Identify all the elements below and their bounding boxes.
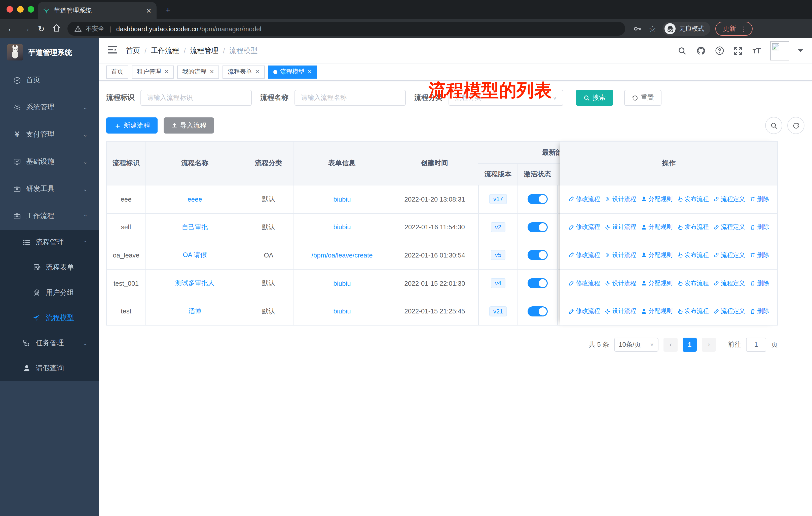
active-toggle[interactable] [528, 250, 548, 260]
cell-form-link[interactable]: biubiu [333, 223, 351, 231]
action-link[interactable]: 分配规则 [641, 251, 672, 260]
breadcrumb-process-mgmt[interactable]: 流程管理 [190, 46, 219, 55]
browser-tab[interactable]: 芋道管理系统 ✕ [38, 2, 156, 19]
back-button[interactable]: ← [5, 24, 17, 33]
tag-home[interactable]: 首页 [106, 65, 128, 78]
reload-button[interactable]: ↻ [35, 24, 47, 33]
action-link[interactable]: 发布流程 [677, 223, 709, 232]
cell-name-link[interactable]: OA 请假 [183, 251, 207, 260]
delete-action-link[interactable]: 删除 [750, 195, 769, 203]
fullscreen-icon[interactable] [733, 46, 743, 56]
page-size-select[interactable]: 10条/页∨ [614, 337, 659, 352]
version-tag[interactable]: v21 [489, 306, 507, 316]
action-link[interactable]: 分配规则 [641, 195, 672, 203]
close-icon[interactable]: ✕ [307, 69, 312, 75]
action-link[interactable]: 修改流程 [568, 195, 600, 203]
cell-form-link[interactable]: /bpm/oa/leave/create [312, 251, 373, 259]
cell-name-link[interactable]: 自己审批 [182, 223, 208, 232]
version-tag[interactable]: v17 [489, 194, 507, 204]
sidebar-item-process-model[interactable]: 流程模型 [0, 305, 99, 331]
action-link[interactable]: 发布流程 [677, 307, 709, 316]
action-link[interactable]: 流程定义 [713, 307, 745, 316]
show-search-button[interactable] [765, 117, 782, 134]
version-tag[interactable]: v2 [491, 222, 505, 232]
action-link[interactable]: 分配规则 [641, 307, 672, 316]
close-icon[interactable]: ✕ [255, 69, 260, 75]
action-link[interactable]: 发布流程 [677, 251, 709, 260]
refresh-table-button[interactable] [787, 117, 805, 134]
cell-name-link[interactable]: eeee [187, 195, 202, 203]
action-link[interactable]: 修改流程 [568, 251, 600, 260]
close-window-button[interactable] [6, 6, 13, 12]
process-name-input[interactable]: 请输入流程名称 [294, 90, 406, 106]
tag-tenant[interactable]: 租户管理✕ [132, 65, 174, 78]
sidebar-item-task-mgmt[interactable]: 任务管理 ⌄ [0, 331, 99, 356]
cell-form-link[interactable]: biubiu [333, 279, 351, 287]
action-link[interactable]: 设计流程 [605, 307, 636, 316]
tag-process-form[interactable]: 流程表单✕ [223, 65, 265, 78]
address-bar[interactable]: 不安全 | dashboard.yudao.iocoder.cn/bpm/man… [67, 22, 625, 36]
cell-name-link[interactable]: 测试多审批人 [175, 279, 214, 288]
action-link[interactable]: 发布流程 [677, 195, 709, 203]
close-icon[interactable]: ✕ [209, 69, 214, 75]
action-link[interactable]: 修改流程 [568, 279, 600, 288]
create-process-button[interactable]: ＋ 新建流程 [106, 117, 157, 134]
action-link[interactable]: 设计流程 [605, 279, 636, 288]
sidebar-item-home[interactable]: 首页 [0, 66, 99, 94]
page-1-button[interactable]: 1 [683, 337, 697, 352]
search-button[interactable]: 搜索 [576, 90, 613, 106]
process-key-input[interactable]: 请输入流程标识 [141, 90, 252, 106]
action-link[interactable]: 流程定义 [713, 279, 745, 288]
security-label[interactable]: 不安全 [86, 24, 105, 33]
goto-page-input[interactable]: 1 [746, 337, 766, 352]
update-label[interactable]: 更新 [723, 24, 736, 33]
action-link[interactable]: 设计流程 [605, 251, 636, 260]
active-toggle[interactable] [528, 306, 548, 316]
hamburger-icon[interactable] [108, 45, 118, 56]
version-tag[interactable]: v4 [491, 278, 505, 288]
delete-action-link[interactable]: 删除 [750, 307, 769, 316]
close-icon[interactable]: ✕ [164, 69, 169, 75]
browser-update-button[interactable]: 更新 ⋮ [715, 22, 753, 36]
sidebar-item-process-form[interactable]: 流程表单 [0, 255, 99, 280]
sidebar-item-leave-query[interactable]: 请假查询 [0, 356, 99, 381]
prev-page-button[interactable]: ‹ [664, 337, 677, 352]
cell-form-link[interactable]: biubiu [333, 195, 351, 203]
key-icon[interactable] [632, 24, 642, 34]
minimize-window-button[interactable] [17, 6, 24, 12]
active-toggle[interactable] [528, 194, 548, 204]
action-link[interactable]: 设计流程 [605, 195, 636, 203]
avatar-caret-icon[interactable] [798, 49, 803, 54]
action-link[interactable]: 分配规则 [641, 279, 672, 288]
sidebar-item-system[interactable]: 系统管理 ⌄ [0, 94, 99, 121]
action-link[interactable]: 修改流程 [568, 307, 600, 316]
delete-action-link[interactable]: 删除 [750, 251, 769, 260]
help-icon[interactable] [714, 46, 724, 56]
sidebar-item-workflow[interactable]: 工作流程 ⌄ [0, 202, 99, 230]
breadcrumb-home[interactable]: 首页 [126, 46, 140, 55]
action-link[interactable]: 流程定义 [713, 223, 745, 232]
action-link[interactable]: 发布流程 [677, 279, 709, 288]
search-icon[interactable] [677, 46, 687, 56]
action-link[interactable]: 设计流程 [605, 223, 636, 232]
home-button[interactable] [50, 23, 62, 34]
sidebar-item-infra[interactable]: 基础设施 ⌄ [0, 148, 99, 175]
sidebar-item-payment[interactable]: ¥ 支付管理 ⌄ [0, 121, 99, 148]
sidebar-item-user-group[interactable]: 用户分组 [0, 280, 99, 305]
import-process-button[interactable]: 导入流程 [164, 117, 214, 134]
action-link[interactable]: 修改流程 [568, 223, 600, 232]
bookmark-star-icon[interactable]: ☆ [647, 24, 658, 34]
browser-menu-icon[interactable]: ⋮ [741, 25, 747, 32]
cell-form-link[interactable]: biubiu [333, 307, 351, 315]
font-size-icon[interactable]: тT [752, 46, 762, 56]
action-link[interactable]: 分配规则 [641, 223, 672, 232]
macos-traffic-lights[interactable] [6, 6, 34, 12]
new-tab-button[interactable]: ＋ [164, 4, 172, 16]
reset-button[interactable]: 重置 [624, 90, 662, 106]
delete-action-link[interactable]: 删除 [750, 223, 769, 232]
next-page-button[interactable]: › [702, 337, 716, 352]
sidebar-item-devtools[interactable]: 研发工具 ⌄ [0, 175, 99, 202]
version-tag[interactable]: v5 [491, 250, 505, 260]
user-avatar[interactable] [770, 41, 789, 60]
maximize-window-button[interactable] [28, 6, 34, 12]
